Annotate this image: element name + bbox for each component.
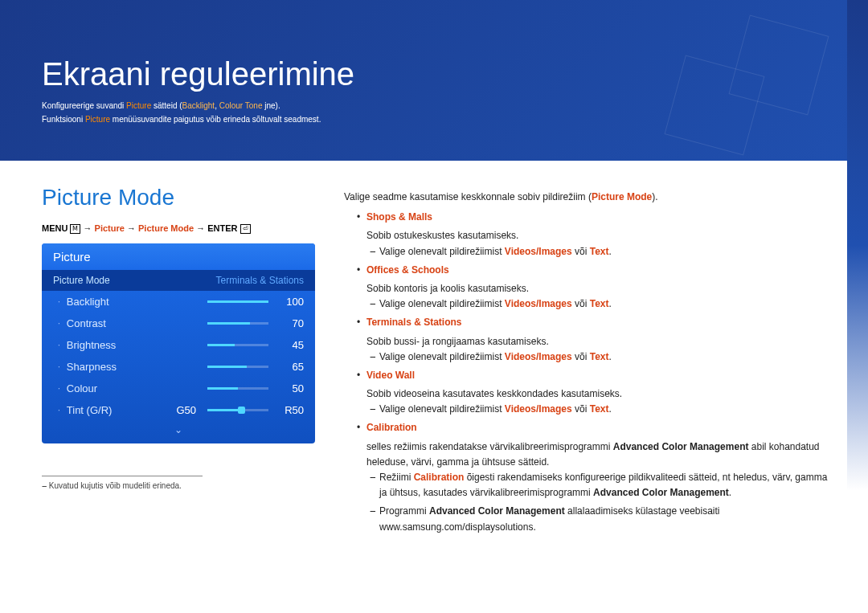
intro2-pre: Funktsiooni: [42, 115, 85, 124]
osd-row-contrast[interactable]: ·Contrast70: [42, 313, 315, 334]
header-decor-cubes: [635, 0, 868, 161]
right-intro-hl: Picture Mode: [592, 191, 652, 202]
mode-item: Offices & Schools: [344, 263, 836, 278]
osd-row-backlight[interactable]: ·Backlight100: [42, 291, 315, 313]
osd-title: Picture: [42, 243, 315, 270]
mode-item: Video Wall: [344, 368, 836, 383]
calib-d2-pre: Programmi: [379, 505, 429, 517]
osd-tint-right: R50: [276, 404, 304, 416]
mode-desc: Sobib ostukeskustes kasutamiseks.: [344, 228, 836, 243]
intro1-hl1: Picture: [126, 101, 151, 110]
mode-sub: Valige olenevalt pildirežiimist Videos/I…: [344, 244, 836, 260]
calib-d2-b: Advanced Color Management: [429, 505, 565, 517]
mode-sub: Valige olenevalt pildirežiimist Videos/I…: [344, 296, 836, 312]
calib-d1-post: .: [729, 487, 731, 498]
bullet-icon: ·: [58, 319, 60, 328]
osd-row-bar: [207, 322, 268, 325]
path-arrow3: →: [196, 223, 207, 233]
footnote-text: Kuvatud kujutis võib mudeliti erineda.: [49, 481, 182, 490]
mode-item: Terminals & Stations: [344, 315, 836, 330]
osd-row-label: Contrast: [67, 317, 199, 329]
right-intro-post: ).: [652, 191, 657, 202]
osd-tint-label: Tint (G/R): [67, 404, 169, 416]
mode-name: Offices & Schools: [366, 264, 449, 276]
osd-row-label: Backlight: [67, 296, 199, 308]
mode-name: Video Wall: [366, 370, 415, 381]
osd-row-tint[interactable]: · Tint (G/R) G50 R50: [42, 399, 315, 421]
osd-row-value: 50: [276, 382, 304, 394]
intro1-pre: Konfigureerige suvandi: [42, 101, 126, 110]
bullet-icon: ·: [58, 362, 60, 371]
bullet-icon: ·: [58, 341, 60, 349]
osd-row-value: 45: [276, 339, 304, 351]
calib-name: Calibration: [366, 422, 417, 433]
left-column: Picture Mode MENU 𝖬 → Picture → Picture …: [42, 185, 315, 538]
intro1-post: jne).: [262, 101, 280, 110]
mode-name: Shops & Malls: [366, 211, 432, 223]
mode-item: Shops & Malls: [344, 210, 836, 225]
menu-path: MENU 𝖬 → Picture → Picture Mode → ENTER …: [42, 223, 315, 234]
path-arrow1: →: [84, 223, 95, 233]
path-picture-mode: Picture Mode: [138, 223, 194, 233]
calib-desc1-b: Advanced Color Management: [613, 441, 749, 452]
osd-row-label: Brightness: [67, 339, 199, 351]
path-arrow2: →: [127, 223, 138, 233]
intro1-hl3: Colour Tone: [219, 101, 263, 110]
bullet-icon: ·: [58, 297, 60, 306]
path-enter: ENTER: [207, 223, 237, 233]
intro1-mid: sätteid (: [151, 101, 182, 110]
mode-desc: Sobib kontoris ja koolis kasutamiseks.: [344, 281, 836, 296]
calib-d1-hl: Calibration: [414, 472, 465, 483]
bullet-icon: ·: [58, 384, 60, 393]
osd-row-bar: [207, 366, 268, 368]
osd-row-bar: [207, 387, 268, 390]
enter-icon: ⏎: [240, 224, 251, 234]
osd-row-bar: [207, 344, 268, 346]
footnote: ‒ Kuvatud kujutis võib mudeliti erineda.: [42, 476, 315, 490]
osd-tab-unselected[interactable]: Terminals & Stations: [205, 270, 315, 291]
menu-icon: 𝖬: [70, 224, 80, 234]
mode-sub: Valige olenevalt pildirežiimist Videos/I…: [344, 402, 836, 417]
osd-row-bar: [207, 300, 268, 303]
page-header: Ekraani reguleerimine Konfigureerige suv…: [0, 0, 868, 161]
osd-tint-left: G50: [169, 404, 196, 416]
calib-d1-pre: Režiimi: [379, 472, 414, 483]
section-title: Picture Mode: [42, 185, 315, 210]
path-menu: MENU: [42, 223, 68, 233]
osd-row-value: 70: [276, 317, 304, 329]
osd-tint-bar: [207, 409, 268, 411]
mode-sub: Valige olenevalt pildirežiimist Videos/I…: [344, 349, 836, 365]
intro2-post: menüüsuvandite paigutus võib erineda sõl…: [110, 115, 321, 124]
osd-panel: Picture Picture Mode Terminals & Station…: [42, 243, 315, 443]
calib-desc1-pre: selles režiimis rakendatakse värvikalibr…: [366, 441, 613, 452]
bullet-icon: ·: [58, 406, 60, 415]
osd-tab-selected[interactable]: Picture Mode: [42, 270, 121, 291]
osd-row-value: 100: [276, 296, 304, 308]
osd-row-label: Sharpness: [67, 361, 199, 373]
right-column: Valige seadme kasutamise keskkonnale sob…: [344, 185, 836, 538]
intro2-hl: Picture: [85, 115, 110, 124]
chevron-down-icon[interactable]: ⌄: [42, 421, 315, 443]
osd-tabs: Picture Mode Terminals & Stations: [42, 270, 315, 291]
intro1-hl2: Backlight: [182, 101, 215, 110]
osd-row-brightness[interactable]: ·Brightness45: [42, 334, 315, 356]
mode-desc: Sobib videoseina kasutavates keskkondade…: [344, 386, 836, 402]
osd-row-value: 65: [276, 361, 304, 373]
calib-d1-b: Advanced Color Management: [593, 487, 729, 498]
mode-desc: Sobib bussi- ja rongijaamas kasutamiseks…: [344, 334, 836, 349]
right-intro: Valige seadme kasutamise keskkonnale sob…: [344, 191, 592, 202]
osd-row-sharpness[interactable]: ·Sharpness65: [42, 356, 315, 378]
path-picture: Picture: [95, 223, 125, 233]
mode-name: Terminals & Stations: [366, 317, 461, 328]
osd-row-colour[interactable]: ·Colour50: [42, 378, 315, 399]
osd-row-label: Colour: [67, 382, 199, 394]
